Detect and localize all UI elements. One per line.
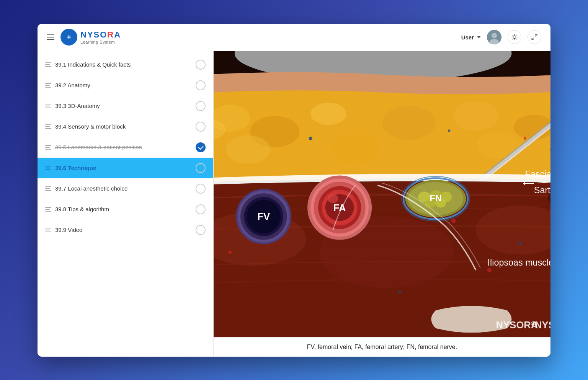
lines-icon	[45, 124, 51, 129]
chevron-down-icon	[477, 36, 481, 38]
caption-bar: FV, femoral vein; FA, femoral artery; FN…	[214, 337, 550, 357]
sidebar-item-label: 39.4 Sensory & motor block	[55, 123, 192, 130]
svg-point-32	[451, 219, 456, 223]
lines-icon	[45, 166, 51, 170]
sidebar-item-39-3[interactable]: 39.3 3D-Anatomy	[38, 96, 213, 116]
check-circle	[196, 122, 206, 132]
sidebar-item-label: 39.1 Indications & Quick facts	[55, 61, 192, 68]
svg-point-50	[328, 194, 338, 203]
svg-point-22	[524, 137, 526, 140]
sidebar-item-39-6[interactable]: 39.6 Technique	[38, 158, 213, 178]
svg-text:Fascia iliaca: Fascia iliaca	[525, 169, 550, 179]
sidebar-item-label: 39.6 Technique	[55, 165, 192, 171]
sidebar-item-label: 39.8 Tips & algorithm	[55, 206, 192, 212]
check-circle	[196, 225, 206, 235]
lines-icon	[45, 207, 51, 212]
svg-point-12	[382, 106, 436, 140]
theme-toggle-button[interactable]	[508, 30, 521, 44]
sidebar-item-label: 39.7 Local anesthetic choice	[55, 185, 192, 192]
hamburger-icon[interactable]	[47, 34, 54, 40]
svg-point-21	[448, 129, 451, 132]
check-circle	[196, 163, 206, 173]
svg-point-11	[310, 103, 346, 125]
svg-text:®: ®	[531, 320, 535, 326]
svg-text:FV: FV	[257, 211, 270, 222]
sidebar-item-39-8[interactable]: 39.8 Tips & algorithm	[38, 199, 213, 220]
caption-text: FV, femoral vein; FA, femoral artery; FN…	[223, 344, 541, 351]
sidebar: 39.1 Indications & Quick facts 39.2 Anat…	[38, 51, 214, 357]
svg-point-35	[228, 250, 232, 254]
lines-icon	[45, 104, 51, 108]
user-name: User	[461, 34, 474, 41]
sidebar-item-39-7[interactable]: 39.7 Local anesthetic choice	[38, 178, 213, 199]
check-circle	[196, 184, 206, 194]
sidebar-item-label: 39.9 Video	[55, 227, 192, 233]
svg-text:FN: FN	[430, 193, 442, 203]
svg-text:Sartorius: Sartorius	[534, 185, 550, 195]
header: + NYSORA Learning System User	[38, 24, 550, 51]
svg-text:Iliopsoas muscle: Iliopsoas muscle	[488, 258, 550, 267]
sidebar-item-label: 39.2 Anatomy	[55, 82, 192, 88]
logo-brand: NYSORA	[80, 30, 121, 40]
svg-point-16	[331, 134, 380, 165]
sidebar-item-39-1[interactable]: 39.1 Indications & Quick facts	[38, 54, 213, 75]
logo-subtitle: Learning System	[80, 40, 121, 44]
sidebar-item-39-4[interactable]: 39.4 Sensory & motor block	[38, 116, 213, 137]
check-circle	[196, 204, 206, 214]
lines-icon	[45, 83, 51, 88]
avatar	[487, 30, 501, 44]
svg-point-33	[519, 241, 522, 245]
svg-point-1	[492, 33, 497, 38]
anatomy-image-container: FV FA	[214, 51, 550, 337]
svg-point-37	[398, 290, 402, 294]
svg-point-20	[309, 136, 312, 140]
svg-line-4	[535, 34, 537, 36]
lines-icon	[45, 186, 51, 191]
logo-plus-icon: +	[60, 29, 77, 46]
sidebar-item-label: 39.5 Landmarks & patient position	[55, 144, 192, 150]
check-circle	[196, 101, 206, 111]
main-content: 39.1 Indications & Quick facts 39.2 Anat…	[38, 51, 550, 357]
check-circle-checked	[196, 142, 206, 152]
logo-area: + NYSORA Learning System	[60, 29, 121, 46]
check-circle	[196, 80, 206, 90]
sidebar-item-39-9[interactable]: 39.9 Video	[38, 220, 213, 240]
svg-point-13	[454, 101, 498, 130]
user-area[interactable]: User	[461, 34, 481, 41]
lines-icon	[45, 62, 51, 67]
lines-icon	[45, 228, 51, 232]
logo-text-area: NYSORA Learning System	[80, 30, 121, 44]
sidebar-item-39-5[interactable]: 39.5 Landmarks & patient position	[38, 137, 213, 158]
header-right: User	[461, 30, 541, 44]
app-window: + NYSORA Learning System User	[38, 24, 550, 357]
expand-button[interactable]	[528, 30, 541, 44]
svg-point-15	[225, 135, 270, 164]
svg-line-5	[532, 38, 534, 40]
content-area: FV FA	[214, 51, 550, 357]
svg-point-36	[487, 268, 492, 272]
anatomy-svg: FV FA	[214, 51, 550, 337]
svg-point-3	[513, 36, 516, 39]
check-circle	[196, 60, 206, 70]
header-left: + NYSORA Learning System	[47, 29, 121, 46]
lines-icon	[45, 145, 51, 150]
sidebar-item-39-2[interactable]: 39.2 Anatomy	[38, 75, 213, 96]
sidebar-item-label: 39.3 3D-Anatomy	[55, 103, 192, 109]
